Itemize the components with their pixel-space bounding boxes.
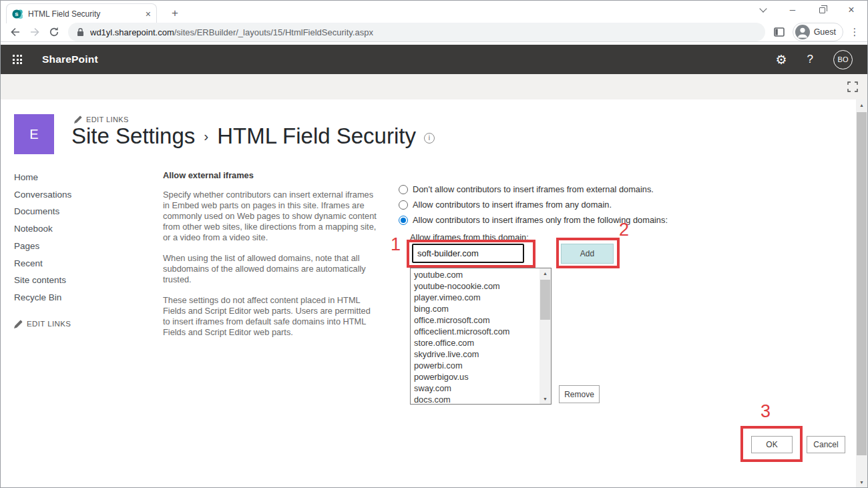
domain-list-item[interactable]: office.microsoft.com (414, 314, 551, 326)
listbox-scrollbar[interactable]: ▲ ▼ (539, 268, 551, 404)
browser-kebab-menu-icon[interactable]: ⋮ (847, 26, 862, 38)
profile-label: Guest (814, 27, 836, 37)
radio-circle-selected-icon (399, 216, 408, 225)
sidebar-item-recent[interactable]: Recent (14, 255, 148, 272)
domain-list-item[interactable]: store.office.com (414, 337, 551, 348)
domain-list-item[interactable]: officeclient.microsoft.com (414, 326, 551, 337)
tab-close-icon[interactable]: × (146, 9, 151, 19)
ribbon-band (1, 74, 867, 99)
sidebar-item-home[interactable]: Home (14, 169, 148, 186)
suite-bar: SharePoint ⚙ ? BO (1, 45, 867, 74)
sidebar-item-site-contents[interactable]: Site contents (14, 272, 148, 289)
domain-list-item[interactable]: youtube-nocookie.com (414, 280, 551, 292)
pencil-icon (14, 320, 23, 328)
scroll-up-icon[interactable]: ▲ (539, 268, 551, 278)
description-paragraph: These settings do not affect content pla… (163, 295, 379, 338)
left-navigation: Home Conversations Documents Notebook Pa… (14, 169, 148, 328)
setting-heading: Allow external iframes (163, 170, 379, 180)
setting-description: Allow external iframes Specify whether c… (163, 170, 379, 348)
edit-links-top-label: EDIT LINKS (86, 115, 129, 124)
domain-list-item[interactable]: powerbigov.us (414, 371, 551, 383)
radio-circle-icon (399, 200, 408, 210)
restore-icon[interactable] (807, 1, 837, 19)
domain-list-item[interactable]: powerbi.com (414, 360, 551, 371)
domain-list-item[interactable]: player.vimeo.com (414, 292, 551, 303)
guest-avatar-icon (795, 25, 810, 39)
ok-button[interactable]: OK (751, 436, 793, 453)
domain-list-item[interactable]: skydrive.live.com (414, 348, 551, 360)
help-icon[interactable]: ? (807, 53, 813, 66)
forward-icon[interactable] (25, 23, 43, 41)
suitebar-right: ⚙ ? BO (775, 50, 858, 69)
page-scrollbar[interactable]: ▲ ▼ (856, 99, 867, 487)
settings-gear-icon[interactable]: ⚙ (775, 52, 787, 67)
info-icon[interactable]: i (424, 133, 435, 144)
domain-list-item[interactable]: docs.com (414, 394, 551, 405)
listbox-scroll-thumb[interactable] (540, 280, 550, 320)
edit-links-sidebar-label: EDIT LINKS (27, 320, 71, 328)
domain-input[interactable] (412, 244, 524, 263)
radio-dont-allow[interactable]: Don't allow contributors to insert ifram… (399, 184, 668, 195)
radio-circle-icon (399, 185, 408, 194)
back-icon[interactable] (6, 23, 24, 41)
breadcrumb-separator: › (204, 128, 208, 144)
new-tab-button[interactable]: + (166, 5, 184, 22)
domain-list-item[interactable]: youtube.com (414, 269, 551, 280)
browser-tab[interactable]: s HTML Field Security × (6, 3, 157, 23)
domain-list-item[interactable]: sway.com (414, 383, 551, 394)
edit-links-sidebar[interactable]: EDIT LINKS (14, 320, 148, 328)
scroll-up-icon[interactable]: ▲ (856, 99, 867, 110)
pencil-icon (74, 115, 82, 124)
page-title-current: HTML Field Security (217, 124, 416, 148)
svg-text:s: s (15, 10, 18, 17)
sidebar-item-documents[interactable]: Documents (14, 203, 148, 220)
sidebar-item-conversations[interactable]: Conversations (14, 186, 148, 204)
allowed-domains-listbox[interactable]: youtube.com youtube-nocookie.com player.… (410, 268, 552, 405)
breadcrumb-site-settings[interactable]: Site Settings (71, 124, 195, 148)
suitebar-app-name[interactable]: SharePoint (42, 53, 98, 65)
browser-menu-chevron-icon[interactable] (748, 1, 778, 19)
browser-window: s HTML Field Security × + – × (0, 0, 868, 488)
domain-list-item[interactable]: bing.com (414, 303, 551, 314)
profile-chip[interactable]: Guest (793, 23, 843, 41)
sharepoint-favicon: s (12, 9, 23, 19)
tab-title: HTML Field Security (28, 9, 140, 19)
page-content: E EDIT LINKS Site Settings›HTML Field Se… (1, 99, 867, 487)
page-scroll-thumb[interactable] (857, 112, 867, 455)
address-bar[interactable]: wd1yl.sharepoint.com/sites/ERBuilder/_la… (68, 23, 765, 41)
window-controls: – × (748, 1, 866, 19)
sidebar-item-pages[interactable]: Pages (14, 238, 148, 255)
lock-icon (76, 27, 85, 37)
scroll-down-icon[interactable]: ▼ (856, 477, 867, 487)
minimize-icon[interactable]: – (778, 0, 807, 19)
annotation-step-2: 2 (619, 220, 629, 240)
page-title: Site Settings›HTML Field Securityi (71, 124, 435, 149)
url-text: wd1yl.sharepoint.com/sites/ERBuilder/_la… (90, 27, 373, 37)
sidebar-item-notebook[interactable]: Notebook (14, 220, 148, 238)
account-avatar[interactable]: BO (833, 50, 853, 69)
url-host: wd1yl.sharepoint.com (90, 27, 174, 37)
browser-chrome: s HTML Field Security × + – × (1, 1, 867, 42)
reload-icon[interactable] (45, 23, 63, 41)
sidebar-item-recycle-bin[interactable]: Recycle Bin (14, 289, 148, 306)
description-paragraph: Specify whether contributors can insert … (163, 190, 379, 243)
cancel-button[interactable]: Cancel (807, 436, 845, 453)
focus-on-content-icon[interactable] (847, 81, 858, 92)
edit-links-top[interactable]: EDIT LINKS (74, 115, 129, 124)
window-close-icon[interactable]: × (837, 1, 866, 19)
side-panel-icon[interactable] (771, 23, 789, 41)
url-path: /sites/ERBuilder/_layouts/15/HtmlFieldSe… (174, 27, 373, 37)
scroll-down-icon[interactable]: ▼ (539, 394, 551, 404)
annotation-step-3: 3 (761, 401, 771, 422)
site-logo[interactable]: E (14, 114, 54, 154)
browser-toolbar: wd1yl.sharepoint.com/sites/ERBuilder/_la… (1, 22, 867, 42)
radio-allow-any-domain[interactable]: Allow contributors to insert iframes fro… (399, 199, 668, 210)
description-paragraph: When using the list of allowed domains, … (163, 253, 379, 285)
app-launcher-waffle-icon[interactable] (13, 55, 22, 64)
annotation-step-1: 1 (391, 234, 401, 255)
remove-button[interactable]: Remove (559, 385, 600, 403)
add-button[interactable]: Add (561, 244, 614, 264)
